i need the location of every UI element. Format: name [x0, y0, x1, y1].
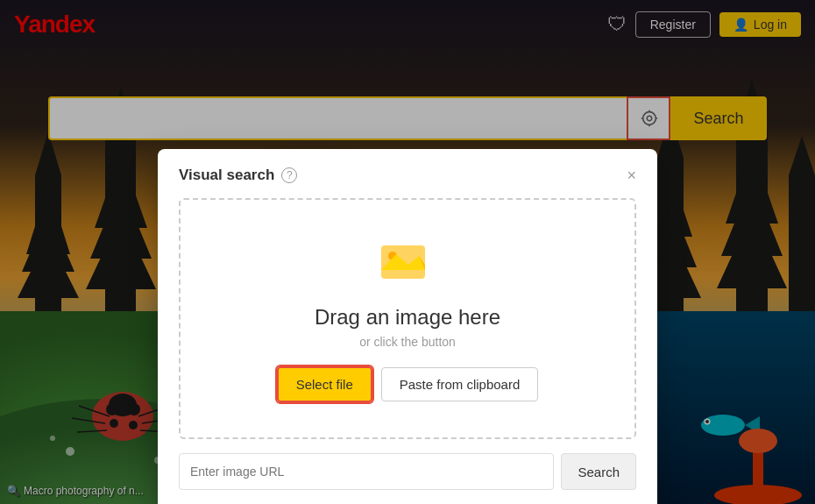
modal-title-row: Visual search ? — [179, 167, 297, 184]
select-file-button[interactable]: Select file — [277, 366, 372, 402]
image-upload-icon — [377, 235, 438, 291]
drop-title: Drag an image here — [315, 305, 500, 330]
url-search-button[interactable]: Search — [561, 453, 636, 490]
help-icon[interactable]: ? — [281, 167, 297, 183]
drop-subtitle: or click the button — [359, 335, 456, 349]
close-button[interactable]: × — [627, 167, 636, 183]
url-input[interactable] — [179, 453, 554, 490]
modal-title: Visual search — [179, 167, 274, 184]
paste-from-clipboard-button[interactable]: Paste from clipboard — [381, 367, 539, 401]
drop-zone[interactable]: Drag an image here or click the button S… — [179, 198, 636, 439]
modal-header: Visual search ? × — [179, 167, 636, 184]
visual-search-modal: Visual search ? × Drag an image here or … — [158, 149, 657, 504]
drop-buttons: Select file Paste from clipboard — [277, 366, 539, 402]
url-row: Search — [179, 453, 636, 490]
